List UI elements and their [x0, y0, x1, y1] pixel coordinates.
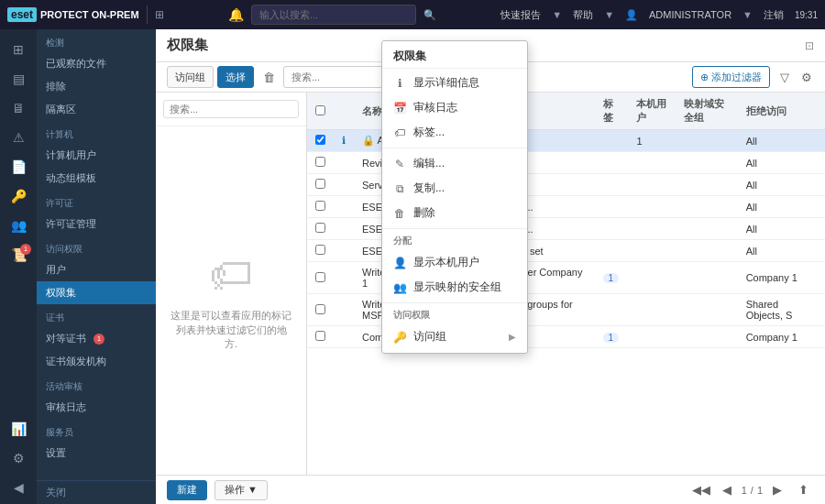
- row-local-user: [629, 326, 676, 348]
- context-menu-item-show-local-users[interactable]: 👤 显示本机用户: [382, 250, 527, 275]
- sidebar-icon-shield[interactable]: ⚠: [4, 125, 33, 150]
- row-info-icon[interactable]: [333, 294, 355, 326]
- row-local-user: [629, 196, 676, 218]
- visit-group-btn[interactable]: 访问组: [167, 66, 214, 88]
- delete-btn[interactable]: 🗑: [258, 66, 280, 88]
- brand-logo: eset PROTECT ON-PREM: [7, 7, 139, 22]
- row-info-icon[interactable]: [333, 326, 355, 348]
- row-info-icon[interactable]: ℹ: [333, 130, 355, 152]
- sidebar-item-permissions[interactable]: 权限集: [37, 281, 156, 304]
- row-checkbox[interactable]: [307, 262, 333, 294]
- context-menu-item-delete[interactable]: 🗑 删除: [382, 201, 527, 225]
- row-tag: 1: [596, 262, 630, 294]
- row-deny: Company 1: [739, 262, 825, 294]
- sidebar-icon-dashboard[interactable]: ▤: [4, 66, 33, 92]
- row-deny: All: [739, 130, 825, 152]
- sidebar-item-peer-cert[interactable]: 对等证书 1: [37, 327, 156, 350]
- sidebar-item-exclusion[interactable]: 排除: [37, 75, 156, 98]
- context-menu-item-tag[interactable]: 🏷 标签...: [382, 120, 527, 145]
- calendar-icon: 📅: [393, 102, 406, 115]
- row-tag: [596, 174, 630, 196]
- sidebar-item-quarantine[interactable]: 隔离区: [37, 98, 156, 121]
- row-info-icon[interactable]: [333, 262, 355, 294]
- row-deny: Company 1: [739, 326, 825, 348]
- context-menu-item-audit[interactable]: 📅 审核日志: [382, 95, 527, 120]
- quick-report-btn[interactable]: 快速报告: [500, 8, 541, 22]
- context-menu-section-assign: 分配: [382, 232, 527, 250]
- table-search-input[interactable]: [283, 66, 393, 88]
- action-btn[interactable]: 操作 ▼: [214, 480, 268, 500]
- sidebar-item-settings[interactable]: 设置: [37, 442, 156, 465]
- row-checkbox[interactable]: [307, 240, 333, 262]
- row-info-icon[interactable]: [333, 196, 355, 218]
- sidebar-icon-activity[interactable]: 📊: [4, 416, 33, 442]
- context-menu-item-show-security-groups[interactable]: 👥 显示映射的安全组: [382, 275, 527, 300]
- export-btn[interactable]: ⬆: [792, 479, 814, 501]
- sidebar-icon-settings[interactable]: ⚙: [4, 445, 33, 471]
- topbar-center: 🔔 🔍: [171, 5, 494, 25]
- row-info-icon[interactable]: [333, 218, 355, 240]
- row-domain-group: [676, 294, 739, 326]
- nav-section-computer: 计算机: [37, 121, 156, 144]
- sidebar-icon-home[interactable]: ⊞: [4, 37, 33, 62]
- row-info-icon[interactable]: [333, 174, 355, 196]
- next-page-btn[interactable]: ▶: [766, 479, 788, 501]
- sidebar-icon-expand[interactable]: ◀: [4, 475, 33, 500]
- context-menu-item-details[interactable]: ℹ 显示详细信息: [382, 71, 527, 95]
- sidebar-icon-license[interactable]: 🔑: [4, 183, 33, 209]
- row-info-icon[interactable]: [333, 240, 355, 262]
- row-checkbox[interactable]: [307, 152, 333, 174]
- add-filter-btn[interactable]: ⊕ 添加过滤器: [692, 66, 770, 88]
- delete-icon: 🗑: [393, 207, 406, 220]
- context-menu-item-edit[interactable]: ✎ 编辑...: [382, 151, 527, 176]
- total-pages: 1: [757, 485, 763, 496]
- bell-icon[interactable]: 🔔: [228, 7, 244, 22]
- logout-btn[interactable]: 注销: [764, 8, 784, 22]
- sidebar-item-audit-log[interactable]: 审核日志: [37, 396, 156, 419]
- context-menu-sep1: [382, 148, 527, 148]
- select-btn[interactable]: 选择: [217, 66, 254, 88]
- row-checkbox[interactable]: [307, 326, 333, 348]
- new-btn[interactable]: 新建: [167, 480, 207, 500]
- column-settings-btn[interactable]: ⚙: [799, 69, 814, 86]
- context-menu-item-copy[interactable]: ⧉ 复制...: [382, 176, 527, 201]
- sidebar-item-dynamic-groups[interactable]: 动态组模板: [37, 167, 156, 190]
- sidebar-item-observed-files[interactable]: 已观察的文件: [37, 52, 156, 75]
- context-menu-item-access-group[interactable]: 🔑 访问组 ▶: [382, 324, 527, 349]
- prev-page-btn[interactable]: ◀: [716, 479, 738, 501]
- row-checkbox[interactable]: [307, 294, 333, 326]
- first-page-btn[interactable]: ◀◀: [690, 479, 712, 501]
- label-search-input[interactable]: [163, 100, 299, 118]
- row-checkbox[interactable]: [307, 196, 333, 218]
- nav-section-detection: 检测: [37, 29, 156, 52]
- help-btn[interactable]: 帮助: [573, 8, 593, 22]
- row-tag: [596, 240, 630, 262]
- row-domain-group: [676, 240, 739, 262]
- row-checkbox[interactable]: [307, 130, 333, 152]
- row-checkbox[interactable]: [307, 218, 333, 240]
- row-info-icon[interactable]: [333, 152, 355, 174]
- sidebar-icon-computer[interactable]: 🖥: [4, 95, 33, 121]
- sidebar-item-users[interactable]: 用户: [37, 258, 156, 281]
- global-search-input[interactable]: [251, 5, 416, 25]
- tag-empty-icon: 🏷: [209, 249, 253, 300]
- report-caret-icon: ▼: [552, 9, 562, 20]
- admin-label[interactable]: ADMINISTRATOR: [649, 9, 732, 20]
- sidebar-item-computer-users[interactable]: 计算机用户: [37, 144, 156, 167]
- page-number: 1: [742, 485, 747, 496]
- sidebar-icon-file[interactable]: 📄: [4, 154, 33, 180]
- sidebar-icon-users[interactable]: 👥: [4, 213, 33, 238]
- row-domain-group: [676, 218, 739, 240]
- row-checkbox[interactable]: [307, 174, 333, 196]
- row-info-btn[interactable]: ℹ: [342, 135, 346, 146]
- context-menu: 权限集 ℹ 显示详细信息 📅 审核日志 🏷 标签... ✎ 编辑... ⧉ 复制…: [381, 40, 528, 354]
- select-all-checkbox[interactable]: [307, 93, 333, 130]
- sidebar-nav: 检测 已观察的文件 排除 隔离区 计算机 计算机用户 动态组模板 许可证 许可证…: [37, 29, 156, 504]
- sidebar-icon-cert[interactable]: 📜1: [4, 242, 33, 268]
- sidebar-close-btn[interactable]: 关闭: [37, 480, 156, 504]
- filter-icon: ⊕: [700, 71, 709, 83]
- sidebar-item-license-mgmt[interactable]: 许可证管理: [37, 213, 156, 236]
- sidebar-item-ca[interactable]: 证书颁发机构: [37, 350, 156, 373]
- row-domain-group: [676, 196, 739, 218]
- filter-icon-btn[interactable]: ▽: [774, 66, 796, 88]
